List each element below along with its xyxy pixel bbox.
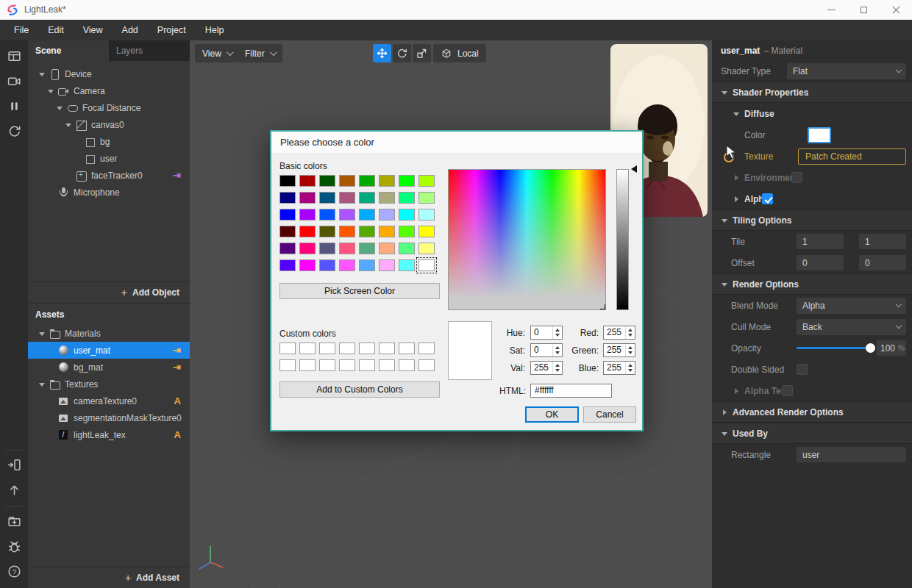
tree-item-bg_mat[interactable]: bg_mat⇥ xyxy=(28,359,190,376)
tree-item-bg[interactable]: bg xyxy=(28,133,190,150)
basic-color-swatch[interactable] xyxy=(359,209,375,220)
offset-y-field[interactable]: 0 xyxy=(859,255,906,270)
custom-color-swatch[interactable] xyxy=(379,359,395,371)
red-spinbox[interactable]: 255 xyxy=(603,326,635,340)
basic-color-swatch[interactable] xyxy=(418,192,435,204)
basic-color-swatch[interactable] xyxy=(379,192,395,204)
tree-item-lightLeak_tex[interactable]: lightLeak_texA xyxy=(28,426,190,443)
basic-color-swatch[interactable] xyxy=(279,209,296,220)
basic-color-swatch[interactable] xyxy=(299,192,316,204)
basic-color-swatch[interactable] xyxy=(279,192,296,204)
import-file-button[interactable] xyxy=(0,510,28,535)
basic-color-swatch[interactable] xyxy=(359,175,375,187)
pick-screen-color-button[interactable]: Pick Screen Color xyxy=(279,283,440,299)
section-render-options[interactable]: Render Options xyxy=(712,273,912,295)
basic-color-swatch[interactable] xyxy=(319,175,335,187)
hue-saturation-picker[interactable] xyxy=(448,169,606,310)
custom-color-swatch[interactable] xyxy=(359,359,375,371)
opacity-value-field[interactable]: 100 % xyxy=(877,340,906,356)
basic-color-swatch[interactable] xyxy=(339,243,355,254)
view-dropdown[interactable]: View xyxy=(195,44,239,62)
tree-expander-icon[interactable] xyxy=(65,121,74,129)
menu-file[interactable]: File xyxy=(4,20,38,40)
section-alpha-test[interactable]: Alpha Test xyxy=(712,380,912,401)
tree-item-Camera[interactable]: Camera xyxy=(28,82,190,99)
menu-add[interactable]: Add xyxy=(113,20,148,40)
basic-color-swatch[interactable] xyxy=(379,259,395,271)
basic-color-swatch[interactable] xyxy=(359,243,375,254)
filter-dropdown[interactable]: Filter xyxy=(238,44,282,62)
collapse-arrow-icon[interactable] xyxy=(733,110,741,118)
double-sided-checkbox[interactable] xyxy=(797,364,808,375)
menu-project[interactable]: Project xyxy=(148,20,196,40)
basic-color-swatch[interactable] xyxy=(399,226,415,237)
offset-x-field[interactable]: 0 xyxy=(797,255,844,270)
basic-color-swatch[interactable] xyxy=(418,243,435,254)
basic-color-swatch[interactable] xyxy=(418,209,435,220)
local-coordinates-button[interactable]: Local xyxy=(433,44,486,62)
custom-color-swatch[interactable] xyxy=(299,343,316,354)
blue-spinbox[interactable]: 255 xyxy=(603,361,635,375)
basic-color-swatch[interactable] xyxy=(339,226,355,237)
basic-color-swatch[interactable] xyxy=(418,259,435,271)
basic-color-swatch[interactable] xyxy=(379,243,395,254)
custom-color-swatch[interactable] xyxy=(379,343,395,354)
tree-item-canvas0[interactable]: canvas0 xyxy=(28,116,190,133)
custom-color-swatch[interactable] xyxy=(279,343,296,354)
basic-color-swatch[interactable] xyxy=(279,226,296,237)
environment-checkbox[interactable] xyxy=(791,172,802,183)
basic-color-swatch[interactable] xyxy=(319,259,335,271)
collapse-arrow-icon[interactable] xyxy=(721,429,730,438)
basic-color-swatch[interactable] xyxy=(299,226,316,237)
help-button[interactable]: ? xyxy=(0,560,28,585)
publish-button[interactable] xyxy=(0,478,28,503)
section-alpha[interactable]: Alpha xyxy=(712,188,912,209)
expand-arrow-icon[interactable] xyxy=(733,387,741,395)
scale-tool-button[interactable] xyxy=(413,44,431,62)
basic-color-swatch[interactable] xyxy=(319,209,335,220)
basic-color-swatch[interactable] xyxy=(339,175,355,187)
menu-view[interactable]: View xyxy=(74,20,113,40)
custom-color-swatch[interactable] xyxy=(339,343,355,354)
tree-item-faceTracker0[interactable]: faceTracker0⇥ xyxy=(28,167,190,184)
collapse-arrow-icon[interactable] xyxy=(721,216,730,225)
expand-arrow-icon[interactable] xyxy=(733,195,741,204)
basic-color-swatch[interactable] xyxy=(299,209,316,220)
tree-item-Focal Distance[interactable]: Focal Distance xyxy=(28,99,190,116)
basic-color-swatch[interactable] xyxy=(379,175,395,187)
custom-color-swatch[interactable] xyxy=(399,359,415,371)
diffuse-color-swatch[interactable] xyxy=(808,127,831,143)
diffuse-texture-field[interactable]: Patch Created xyxy=(798,148,906,165)
collapse-arrow-icon[interactable] xyxy=(721,280,730,289)
basic-color-swatch[interactable] xyxy=(279,175,296,187)
tile-x-field[interactable]: 1 xyxy=(797,234,844,249)
maximize-button[interactable] xyxy=(847,0,880,20)
tree-item-user_mat[interactable]: user_mat⇥ xyxy=(28,342,190,359)
expand-arrow-icon[interactable] xyxy=(721,408,730,417)
custom-color-swatch[interactable] xyxy=(299,359,316,371)
basic-color-swatch[interactable] xyxy=(379,226,395,237)
tree-item-Textures[interactable]: Textures xyxy=(28,376,190,392)
pause-button[interactable] xyxy=(0,95,28,120)
add-asset-button[interactable]: + Add Asset xyxy=(28,567,190,588)
basic-color-swatch[interactable] xyxy=(418,175,435,187)
section-advanced-render-options[interactable]: Advanced Render Options xyxy=(712,401,912,423)
cull-mode-dropdown[interactable]: Back xyxy=(797,319,906,335)
tree-item-Materials[interactable]: Materials xyxy=(28,325,190,342)
debug-button[interactable] xyxy=(0,535,28,560)
custom-color-swatch[interactable] xyxy=(418,359,435,371)
tree-expander-icon[interactable] xyxy=(47,87,56,96)
basic-color-swatch[interactable] xyxy=(379,209,395,220)
alpha-test-checkbox[interactable] xyxy=(782,385,793,396)
section-shader-properties[interactable]: Shader Properties xyxy=(712,82,912,103)
basic-color-swatch[interactable] xyxy=(359,192,375,204)
section-diffuse[interactable]: Diffuse xyxy=(712,103,912,124)
basic-color-swatch[interactable] xyxy=(359,226,375,237)
blend-mode-dropdown[interactable]: Alpha xyxy=(797,298,906,314)
section-used-by[interactable]: Used By xyxy=(712,423,912,444)
basic-color-swatch[interactable] xyxy=(339,259,355,271)
menu-edit[interactable]: Edit xyxy=(38,20,74,40)
ok-button[interactable]: OK xyxy=(525,406,579,423)
shader-type-dropdown[interactable]: Flat xyxy=(787,63,906,79)
add-to-custom-colors-button[interactable]: Add to Custom Colors xyxy=(279,381,440,398)
